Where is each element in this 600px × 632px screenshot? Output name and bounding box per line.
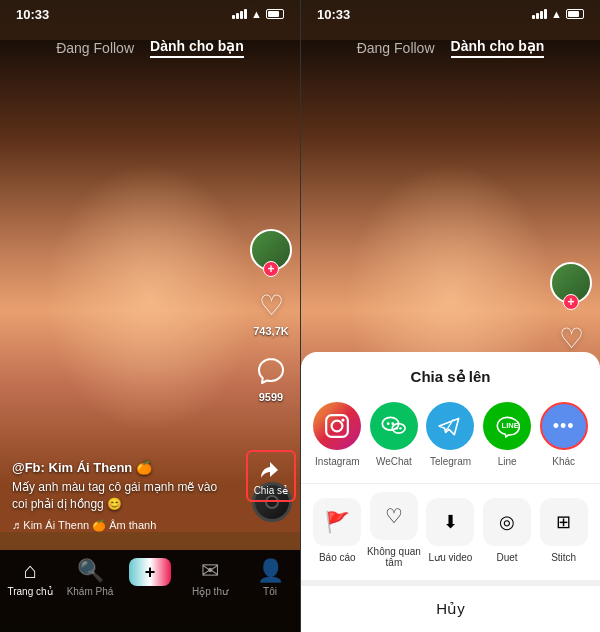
signal-icon xyxy=(232,9,247,19)
nav-foryou[interactable]: Dành cho bạn xyxy=(150,38,244,58)
add-button[interactable]: + xyxy=(129,558,171,586)
caption: Mấy anh màu tag cô gái mạnh mẽ vào coi p… xyxy=(12,479,246,513)
user-handle[interactable]: @Fb: Kim Ái Thenn 🍊 xyxy=(12,460,246,475)
share-overlay: Chia sẻ lên Instagram xyxy=(301,352,600,632)
comment-button[interactable]: 9599 xyxy=(253,353,289,403)
report-icon-box: 🚩 xyxy=(313,498,361,546)
not-interested-icon: ♡ xyxy=(385,504,403,528)
right-status-time: 10:33 xyxy=(317,7,350,22)
share-icon xyxy=(257,456,285,484)
right-status-bar: 10:33 ▲ xyxy=(301,0,600,28)
status-time: 10:33 xyxy=(16,7,49,22)
avatar-container[interactable]: + xyxy=(250,229,292,271)
share-options-row: Instagram WeChat xyxy=(301,402,600,483)
battery-icon xyxy=(266,9,284,19)
bottom-info: @Fb: Kim Ái Thenn 🍊 Mấy anh màu tag cô g… xyxy=(12,460,246,532)
stitch-action[interactable]: ⊞ Stitch xyxy=(535,498,592,563)
cancel-label: Hủy xyxy=(436,600,464,617)
not-interested-icon-box: ♡ xyxy=(370,492,418,540)
music-row[interactable]: ♬ Kim Ái Thenn 🍊 Âm thanh xyxy=(12,519,246,532)
heart-icon: ♡ xyxy=(259,289,284,322)
profile-icon: 👤 xyxy=(257,558,284,584)
nav-add[interactable]: + xyxy=(120,558,180,586)
not-interested-label: Không quan tâm xyxy=(366,546,423,568)
wifi-icon: ▲ xyxy=(251,8,262,20)
report-label: Báo cáo xyxy=(319,552,356,563)
svg-rect-0 xyxy=(326,415,348,437)
like-count: 743,7K xyxy=(253,325,288,337)
svg-point-7 xyxy=(396,427,398,429)
right-avatar-container[interactable]: + xyxy=(550,262,592,304)
right-nav-foryou[interactable]: Dành cho bạn xyxy=(451,38,545,58)
right-heart-icon: ♡ xyxy=(559,322,584,355)
report-icon: 🚩 xyxy=(325,510,350,534)
save-video-icon: ⬇ xyxy=(443,511,458,533)
right-avatar-plus[interactable]: + xyxy=(563,294,579,310)
svg-text:LINE: LINE xyxy=(502,421,519,430)
right-nav-following[interactable]: Đang Follow xyxy=(357,40,435,56)
profile-label: Tôi xyxy=(263,586,277,597)
caption-line2: coi phải dị hồngg 😊 xyxy=(12,497,122,511)
nav-explore[interactable]: 🔍 Khám Phá xyxy=(60,558,120,597)
duet-action[interactable]: ◎ Duet xyxy=(479,498,536,563)
right-signal-icon xyxy=(532,9,547,19)
svg-point-4 xyxy=(387,422,390,425)
nav-home[interactable]: ⌂ Trang chủ xyxy=(0,558,60,597)
right-wifi-icon: ▲ xyxy=(551,8,562,20)
inbox-label: Hộp thư xyxy=(192,586,228,597)
save-video-action[interactable]: ⬇ Lưu video xyxy=(422,498,479,563)
right-phone: 10:33 ▲ Đang Follow Dành cho bạn + ♡ xyxy=(300,0,600,632)
caption-line1: Mấy anh màu tag cô gái mạnh mẽ vào xyxy=(12,480,217,494)
share-panel-title: Chia sẻ lên xyxy=(301,368,600,386)
telegram-label: Telegram xyxy=(430,456,471,467)
more-icon: ••• xyxy=(540,402,588,450)
stitch-icon: ⊞ xyxy=(556,511,571,533)
svg-point-2 xyxy=(342,418,345,421)
explore-icon: 🔍 xyxy=(77,558,104,584)
duet-icon-box: ◎ xyxy=(483,498,531,546)
svg-point-8 xyxy=(399,427,401,429)
wechat-label: WeChat xyxy=(376,456,412,467)
duet-label: Duet xyxy=(497,552,518,563)
right-top-nav: Đang Follow Dành cho bạn xyxy=(301,28,600,68)
comment-count: 9599 xyxy=(259,391,283,403)
avatar-plus-button[interactable]: + xyxy=(263,261,279,277)
bottom-nav: ⌂ Trang chủ 🔍 Khám Phá + ✉ Hộp thư 👤 Tôi xyxy=(0,550,300,632)
top-nav: Đang Follow Dành cho bạn xyxy=(0,28,300,68)
line-label: Line xyxy=(498,456,517,467)
home-icon: ⌂ xyxy=(23,558,36,584)
instagram-icon xyxy=(313,402,361,450)
like-button[interactable]: ♡ 743,7K xyxy=(253,287,289,337)
line-icon: LINE xyxy=(483,402,531,450)
nav-following[interactable]: Đang Follow xyxy=(56,40,134,56)
right-sidebar: + ♡ 743,7K 9599 xyxy=(250,229,292,403)
left-phone: 10:33 ▲ Đang Follow Dành cho bạn + xyxy=(0,0,300,632)
report-action[interactable]: 🚩 Báo cáo xyxy=(309,498,366,563)
share-instagram[interactable]: Instagram xyxy=(313,402,361,467)
save-video-icon-box: ⬇ xyxy=(426,498,474,546)
more-label: Khác xyxy=(552,456,575,467)
share-telegram[interactable]: Telegram xyxy=(426,402,474,467)
svg-point-1 xyxy=(332,421,343,432)
comment-icon xyxy=(255,355,287,387)
cancel-button[interactable]: Hủy xyxy=(301,580,600,632)
share-box: Chia sẻ xyxy=(246,450,296,502)
share-label: Chia sẻ xyxy=(254,485,288,496)
status-bar: 10:33 ▲ xyxy=(0,0,300,28)
telegram-icon xyxy=(426,402,474,450)
home-label: Trang chủ xyxy=(7,586,52,597)
explore-label: Khám Phá xyxy=(67,586,114,597)
nav-inbox[interactable]: ✉ Hộp thư xyxy=(180,558,240,597)
music-text: ♬ Kim Ái Thenn 🍊 Âm thanh xyxy=(12,519,156,532)
share-actions: 🚩 Báo cáo ♡ Không quan tâm ⬇ Lưu video xyxy=(301,483,600,580)
duet-icon: ◎ xyxy=(499,511,515,533)
share-wechat[interactable]: WeChat xyxy=(370,402,418,467)
right-battery-icon xyxy=(566,9,584,19)
nav-profile[interactable]: 👤 Tôi xyxy=(240,558,300,597)
wechat-icon xyxy=(370,402,418,450)
save-video-label: Lưu video xyxy=(429,552,473,563)
not-interested-action[interactable]: ♡ Không quan tâm xyxy=(366,492,423,568)
share-button[interactable]: Chia sẻ xyxy=(246,450,296,502)
share-line[interactable]: LINE Line xyxy=(483,402,531,467)
share-more[interactable]: ••• Khác xyxy=(540,402,588,467)
